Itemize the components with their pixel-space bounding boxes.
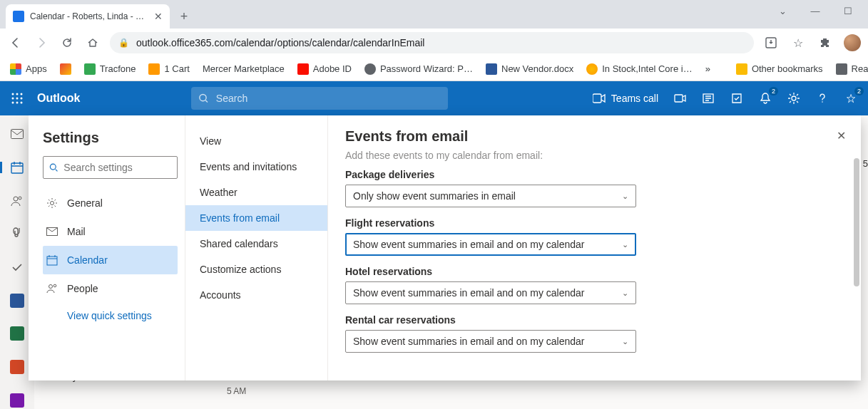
svg-point-15 — [822, 101, 823, 103]
bm-tracfone[interactable]: Tracfone — [84, 63, 136, 75]
cat-calendar[interactable]: Calendar — [43, 246, 178, 274]
bm-pwizard[interactable]: Password Wizard: P… — [364, 63, 473, 75]
cat-people[interactable]: People — [43, 274, 178, 303]
svg-point-14 — [792, 96, 796, 100]
panel-subheading: Add these events to my calendar from ema… — [345, 150, 844, 161]
sub-customize-actions[interactable]: Customize actions — [185, 257, 327, 282]
bm-cart[interactable]: 1 Cart — [148, 63, 189, 75]
field-label: Hotel reservations — [345, 266, 844, 277]
new-tab-button[interactable]: + — [174, 6, 194, 26]
svg-rect-23 — [47, 257, 57, 265]
app-launcher-icon[interactable] — [0, 81, 34, 115]
svg-point-8 — [16, 102, 19, 104]
todo-icon[interactable] — [730, 91, 744, 105]
field-label: Package deliveries — [345, 169, 844, 180]
view-quick-settings-link[interactable]: View quick settings — [43, 303, 178, 321]
chevron-down-icon: ⌄ — [622, 289, 628, 298]
word-icon — [486, 63, 497, 75]
feedback-icon[interactable]: 2 — [844, 91, 858, 105]
lock-icon: 🔒 — [118, 38, 129, 48]
bm-newvendor[interactable]: New Vendor.docx — [486, 63, 573, 75]
tab-favicon — [13, 11, 24, 22]
cat-mail[interactable]: Mail — [43, 217, 178, 246]
star-icon[interactable]: ☆ — [790, 34, 807, 51]
chevron-down-icon: ⌄ — [622, 337, 628, 346]
bm-mercer[interactable]: Mercer Marketplace — [203, 63, 285, 74]
settings-search-input[interactable] — [63, 162, 171, 173]
dropdown-package-deliveries[interactable]: Only show event summaries in email ⌄ — [345, 185, 636, 207]
disc-icon — [586, 63, 598, 75]
settings-dialog: Settings General Mail Calendar People — [29, 115, 861, 380]
close-dialog-button[interactable]: ✕ — [831, 125, 851, 145]
help-icon[interactable] — [815, 91, 829, 105]
settings-search[interactable] — [43, 156, 178, 179]
settings-subcategories: View Events and invitations Weather Even… — [185, 115, 328, 380]
app-body: ⌄ My calendars 5 AM 5 Settings General M… — [0, 115, 868, 409]
svg-point-2 — [16, 93, 19, 95]
sub-events-invitations[interactable]: Events and invitations — [185, 154, 327, 180]
field-package-deliveries: Package deliveries Only show event summa… — [345, 169, 844, 207]
window-controls: ⌄ — ☐ — [772, 6, 868, 16]
maximize-icon[interactable]: ☐ — [838, 6, 858, 16]
address-bar[interactable]: 🔒 outlook.office365.com/calendar/options… — [110, 32, 754, 53]
chevron-down-icon[interactable]: ⌄ — [772, 6, 792, 16]
minimize-icon[interactable]: — — [805, 6, 825, 16]
suite-search[interactable] — [191, 87, 448, 110]
suite-search-input[interactable] — [216, 93, 441, 104]
sub-accounts[interactable]: Accounts — [185, 282, 327, 308]
bm-instock[interactable]: In Stock,Intel Core i… — [586, 63, 692, 75]
bm-gmail[interactable] — [60, 63, 71, 75]
svg-point-7 — [12, 102, 14, 104]
svg-rect-16 — [11, 130, 24, 139]
gmail-icon — [60, 63, 71, 75]
svg-point-18 — [14, 197, 18, 201]
people-icon — [46, 283, 58, 294]
home-button[interactable] — [84, 34, 101, 51]
amazon-icon — [148, 63, 160, 75]
apps-shortcut[interactable]: Apps — [10, 63, 47, 75]
sub-events-from-email[interactable]: Events from email — [185, 205, 327, 231]
search-icon — [49, 162, 58, 172]
svg-rect-12 — [675, 95, 683, 102]
field-flight-reservations: Flight reservations Show event summaries… — [345, 217, 844, 256]
onenote-icon — [10, 393, 24, 408]
excel-icon — [10, 326, 24, 341]
outlook-header: Outlook Teams call 2 2 — [0, 81, 868, 115]
install-app-icon[interactable] — [762, 34, 780, 51]
forward-button[interactable] — [33, 34, 50, 51]
reading-list[interactable]: Reading — [836, 63, 868, 75]
sub-view[interactable]: View — [185, 128, 327, 154]
sub-shared-calendars[interactable]: Shared calendars — [185, 231, 327, 257]
adobe-icon — [297, 63, 309, 75]
tab-close-icon[interactable]: ✕ — [154, 11, 163, 22]
news-icon[interactable] — [701, 91, 715, 105]
browser-tab[interactable]: Calendar - Roberts, Linda - Outlo ✕ — [6, 4, 170, 29]
dropdown-flight-reservations[interactable]: Show event summaries in email and on my … — [345, 233, 636, 256]
teams-call-button[interactable]: Teams call — [593, 93, 658, 104]
apps-icon — [10, 63, 21, 75]
profile-avatar[interactable] — [844, 34, 861, 51]
bm-overflow[interactable]: » — [705, 63, 710, 74]
svg-point-3 — [21, 93, 23, 95]
other-bookmarks[interactable]: Other bookmarks — [736, 63, 823, 75]
dropdown-rental-car-reservations[interactable]: Show event summaries in email and on my … — [345, 330, 636, 353]
globe-icon — [364, 63, 376, 75]
sub-weather[interactable]: Weather — [185, 180, 327, 205]
reload-button[interactable] — [58, 34, 76, 51]
scrollbar[interactable] — [854, 158, 859, 286]
svg-point-25 — [53, 284, 56, 287]
svg-point-5 — [16, 98, 19, 100]
rail-onenote[interactable] — [0, 391, 34, 409]
dropdown-hotel-reservations[interactable]: Show event summaries in email and on my … — [345, 281, 636, 304]
settings-gear-icon[interactable] — [787, 91, 801, 105]
bm-adobe[interactable]: Adobe ID — [297, 63, 352, 75]
folder-icon — [736, 63, 747, 75]
app-brand: Outlook — [34, 92, 191, 105]
cat-general[interactable]: General — [43, 189, 178, 217]
url-text: outlook.office365.com/calendar/options/c… — [136, 37, 424, 48]
meet-now-icon[interactable] — [673, 91, 687, 105]
tracfone-icon — [84, 63, 96, 75]
back-button[interactable] — [7, 34, 24, 51]
notifications-icon[interactable]: 2 — [758, 91, 772, 105]
extensions-icon[interactable] — [817, 34, 834, 51]
